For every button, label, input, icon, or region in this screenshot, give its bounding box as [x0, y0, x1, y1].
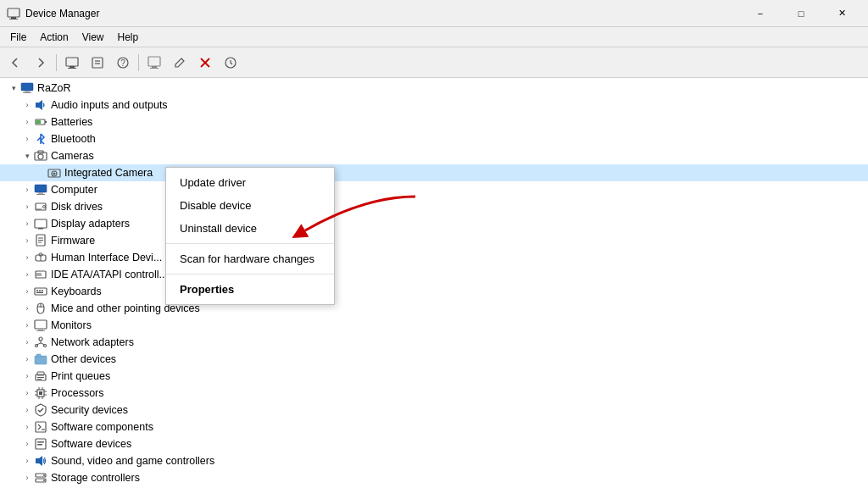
- audio-expand-icon[interactable]: ›: [20, 98, 34, 112]
- print-queues-expand-icon[interactable]: ›: [20, 369, 34, 383]
- tree-item-keyboards[interactable]: › Keyboards: [0, 283, 868, 300]
- menu-view[interactable]: View: [75, 27, 111, 47]
- tree-item-print-queues[interactable]: › Print queues: [0, 368, 868, 385]
- svg-rect-58: [36, 330, 45, 331]
- audio-label: Audio inputs and outputs: [51, 99, 168, 111]
- app-icon: [7, 7, 20, 20]
- software-devices-label: Software devices: [51, 438, 131, 450]
- device-tree[interactable]: ▾ RaZoR › Audio inputs and outputs: [0, 78, 868, 488]
- monitors-expand-icon[interactable]: ›: [20, 319, 34, 332]
- toolbar-monitor[interactable]: [142, 51, 166, 75]
- processors-icon: [34, 386, 47, 400]
- tree-item-firmware[interactable]: › Firmware: [0, 232, 868, 249]
- tree-item-software-devices[interactable]: › Software devices: [0, 435, 868, 452]
- svg-rect-2: [9, 19, 18, 19]
- bluetooth-label: Bluetooth: [51, 133, 96, 145]
- cameras-label: Cameras: [51, 150, 94, 162]
- display-adapters-expand-icon[interactable]: ›: [20, 217, 34, 230]
- svg-rect-18: [25, 91, 30, 92]
- tree-item-batteries[interactable]: › Batteries: [0, 114, 868, 130]
- software-components-expand-icon[interactable]: ›: [20, 420, 34, 434]
- software-devices-expand-icon[interactable]: ›: [20, 437, 34, 451]
- context-menu-uninstall-device[interactable]: Uninstall device: [166, 217, 334, 240]
- processors-expand-icon[interactable]: ›: [20, 386, 34, 400]
- security-devices-expand-icon[interactable]: ›: [20, 403, 34, 417]
- minimize-button[interactable]: −: [741, 0, 780, 27]
- tree-item-hid[interactable]: › Human Interface Devi...: [0, 249, 868, 266]
- other-devices-icon: [34, 352, 47, 366]
- disk-drives-expand-icon[interactable]: ›: [20, 200, 34, 214]
- toolbar-back[interactable]: [3, 51, 27, 75]
- disk-drives-icon: [34, 200, 47, 214]
- menu-action[interactable]: Action: [33, 27, 75, 47]
- toolbar-delete[interactable]: [193, 51, 217, 75]
- svg-rect-36: [35, 219, 47, 228]
- tree-item-mice[interactable]: › Mice and other pointing devices: [0, 300, 868, 317]
- tree-item-ide[interactable]: › IDE ATA/ATAPI controll...: [0, 266, 868, 283]
- sound-video-expand-icon[interactable]: ›: [20, 454, 34, 468]
- close-button[interactable]: ✕: [822, 0, 861, 27]
- tree-item-software-components[interactable]: › Software components: [0, 419, 868, 435]
- print-queues-label: Print queues: [51, 370, 110, 382]
- tree-item-monitors[interactable]: › Monitors: [0, 317, 868, 334]
- toolbar-computer[interactable]: [60, 51, 84, 75]
- root-computer-icon: [20, 81, 34, 95]
- tree-item-audio[interactable]: › Audio inputs and outputs: [0, 97, 868, 114]
- toolbar-forward[interactable]: [29, 51, 53, 75]
- cameras-expand-icon[interactable]: ▾: [20, 149, 34, 163]
- network-expand-icon[interactable]: ›: [20, 336, 34, 349]
- tree-item-computer[interactable]: › Computer: [0, 181, 868, 198]
- svg-rect-37: [38, 228, 43, 230]
- sound-video-label: Sound, video and game controllers: [51, 455, 214, 467]
- batteries-expand-icon[interactable]: ›: [20, 115, 34, 129]
- tree-item-processors[interactable]: › Processors: [0, 385, 868, 402]
- storage-controllers-expand-icon[interactable]: ›: [20, 471, 34, 485]
- tree-item-cameras[interactable]: ▾ Cameras: [0, 147, 868, 164]
- monitors-icon: [34, 319, 47, 332]
- tree-item-sound-video[interactable]: › Sound, video and game controllers: [0, 452, 868, 469]
- tree-item-storage-controllers[interactable]: › Storage controllers: [0, 469, 868, 486]
- maximize-button[interactable]: □: [782, 0, 821, 27]
- tree-item-network[interactable]: › Network adapters: [0, 334, 868, 351]
- other-devices-expand-icon[interactable]: ›: [20, 352, 34, 366]
- bluetooth-expand-icon[interactable]: ›: [20, 132, 34, 146]
- tree-item-bluetooth[interactable]: › Bluetooth: [0, 130, 868, 147]
- context-menu-update-driver[interactable]: Update driver: [166, 171, 334, 194]
- svg-rect-12: [152, 66, 157, 68]
- toolbar-properties[interactable]: [86, 51, 109, 75]
- context-menu-disable-device[interactable]: Disable device: [166, 194, 334, 217]
- toolbar-help[interactable]: ?: [111, 51, 135, 75]
- tree-item-security-devices[interactable]: › Security devices: [0, 402, 868, 419]
- display-adapters-label: Display adapters: [51, 218, 130, 230]
- tree-item-display-adapters[interactable]: › Display adapters: [0, 215, 868, 232]
- ide-expand-icon[interactable]: ›: [20, 268, 34, 281]
- ide-icon: [34, 268, 47, 281]
- menu-file[interactable]: File: [3, 27, 33, 47]
- mice-expand-icon[interactable]: ›: [20, 302, 34, 315]
- svg-rect-17: [21, 83, 33, 91]
- toolbar-edit[interactable]: [168, 51, 192, 75]
- svg-text:?: ?: [120, 58, 125, 68]
- tree-item-disk-drives[interactable]: › Disk drives: [0, 198, 868, 215]
- computer-expand-icon[interactable]: ›: [20, 183, 34, 197]
- svg-rect-11: [148, 57, 160, 66]
- window-controls: − □ ✕: [741, 0, 861, 27]
- context-menu-properties[interactable]: Properties: [166, 278, 334, 301]
- svg-point-29: [53, 173, 56, 175]
- firmware-expand-icon[interactable]: ›: [20, 234, 34, 247]
- svg-rect-31: [38, 192, 43, 194]
- keyboards-expand-icon[interactable]: ›: [20, 285, 34, 298]
- svg-rect-53: [36, 292, 43, 294]
- toolbar-scan[interactable]: [219, 51, 242, 75]
- svg-rect-65: [35, 356, 47, 364]
- hid-expand-icon[interactable]: ›: [20, 251, 34, 264]
- tree-item-integrated-camera[interactable]: › Integrated Camera: [0, 164, 868, 181]
- context-menu-scan-hardware[interactable]: Scan for hardware changes: [166, 247, 334, 270]
- menu-help[interactable]: Help: [111, 27, 146, 47]
- tree-root[interactable]: ▾ RaZoR: [0, 80, 868, 97]
- tree-item-other-devices[interactable]: › Other devices: [0, 351, 868, 368]
- root-expand-icon[interactable]: ▾: [7, 81, 20, 95]
- svg-rect-85: [37, 444, 42, 446]
- main-content: ▾ RaZoR › Audio inputs and outputs: [0, 78, 868, 488]
- hid-label: Human Interface Devi...: [51, 252, 162, 263]
